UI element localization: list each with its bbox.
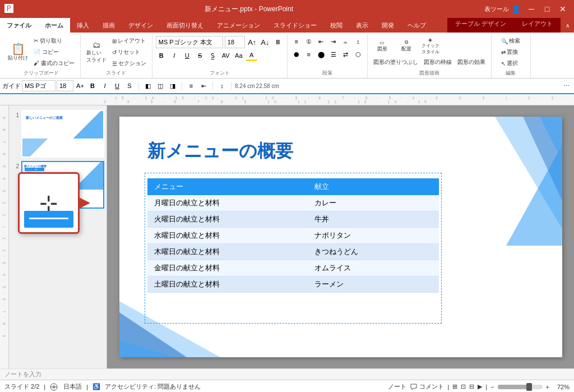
zoom-out-button[interactable]: −: [490, 384, 494, 390]
layout-button[interactable]: ⊞ レイアウト: [110, 36, 149, 46]
zoom-level[interactable]: 72%: [553, 384, 570, 390]
tab-layout[interactable]: レイアウト: [514, 18, 561, 33]
section-button[interactable]: ☰ セクション: [110, 58, 149, 68]
format-more-options[interactable]: ⋯: [561, 80, 572, 91]
zoom-in-button[interactable]: +: [546, 384, 549, 390]
user-icon[interactable]: 👤: [509, 2, 522, 16]
canvas-area[interactable]: 新メニューの概要 メニュー 献立 月曜日の献立と材料 カレー: [107, 105, 574, 368]
select-button[interactable]: ↖ 選択: [499, 58, 522, 68]
format-font-name[interactable]: MS Pゴ: [22, 80, 55, 91]
numbering-button[interactable]: ①: [303, 36, 314, 47]
slide-data-table[interactable]: メニュー 献立 月曜日の献立と材料 カレー 火曜日の献立と材料 牛丼: [147, 178, 439, 293]
format-font-increase[interactable]: A+: [75, 80, 86, 91]
format-font-size[interactable]: 18: [57, 80, 73, 91]
font-decrease-button[interactable]: A↓: [260, 36, 271, 48]
notes-placeholder[interactable]: ノートを入力: [4, 370, 41, 379]
bold-button[interactable]: B: [156, 50, 167, 61]
shape-fill-button[interactable]: 図形の塗りつぶし: [371, 57, 420, 67]
quick-styles-button[interactable]: ◈ クイック スタイル: [419, 36, 442, 56]
clear-format-button[interactable]: Ⅲ: [272, 36, 284, 48]
bullets-button[interactable]: ≡: [291, 36, 302, 47]
tab-view[interactable]: 表示: [349, 18, 375, 33]
slide-title[interactable]: 新メニューの概要: [147, 139, 293, 164]
format-align-left[interactable]: ◧: [142, 80, 154, 91]
tab-home[interactable]: ホーム: [38, 18, 70, 33]
tab-file[interactable]: ファイル: [0, 18, 38, 33]
table-row[interactable]: 月曜日の献立と材料 カレー: [147, 195, 439, 211]
align-center-button[interactable]: ≡: [303, 49, 314, 60]
format-bold[interactable]: B: [87, 80, 98, 91]
normal-view-button[interactable]: ⊞: [452, 383, 457, 390]
slide-canvas[interactable]: 新メニューの概要 メニュー 献立 月曜日の献立と材料 カレー: [119, 117, 562, 357]
char-spacing-button[interactable]: AV: [220, 50, 232, 61]
underline-button[interactable]: U: [182, 50, 193, 61]
format-align-right[interactable]: ◨: [167, 80, 178, 91]
format-text-dir[interactable]: ↕: [216, 80, 228, 91]
tab-animations[interactable]: アニメーション: [210, 18, 267, 33]
shadow-button[interactable]: S̲: [207, 50, 219, 61]
reset-button[interactable]: ↺ リセット: [110, 47, 149, 57]
font-color-button[interactable]: A: [246, 50, 257, 61]
zoom-slider[interactable]: [498, 385, 543, 389]
slide-sorter-button[interactable]: ⊡: [461, 383, 466, 390]
format-decrease[interactable]: ⇤: [198, 80, 209, 91]
shape-outline-button[interactable]: 図形の枠線: [422, 57, 454, 67]
slideshow-button[interactable]: ▶: [478, 383, 482, 390]
close-button[interactable]: ✕: [556, 2, 570, 16]
comment-button[interactable]: コメント: [410, 382, 444, 391]
italic-button[interactable]: I: [169, 50, 180, 61]
shapes-button[interactable]: ▭ 図形: [371, 39, 394, 54]
new-slide-button[interactable]: 🗂 新しい スライド: [84, 39, 109, 65]
format-bullets[interactable]: ≡: [186, 80, 197, 91]
columns-button[interactable]: ⫠: [340, 36, 351, 47]
minimize-button[interactable]: ─: [525, 2, 538, 16]
tab-transitions[interactable]: 画面切り替え: [160, 18, 210, 33]
format-painter-button[interactable]: 🖌 書式のコピー: [31, 58, 77, 68]
font-name-selector[interactable]: MS Pゴシック 本文: [156, 36, 223, 48]
tab-slideshow[interactable]: スライドショー: [267, 18, 323, 33]
increase-indent-button[interactable]: ⇥: [328, 36, 339, 47]
slides-label: スライド: [106, 70, 126, 77]
convert-smartart-button[interactable]: ⬡: [353, 49, 364, 60]
maximize-button[interactable]: □: [540, 2, 554, 16]
text-case-button[interactable]: Aa: [233, 50, 244, 61]
tab-design[interactable]: デザイン: [122, 18, 160, 33]
reading-view-button[interactable]: ⊟: [469, 383, 474, 390]
format-italic[interactable]: I: [99, 80, 110, 91]
text-direction-button[interactable]: ⇄: [340, 49, 351, 60]
decrease-indent-button[interactable]: ⇤: [316, 36, 327, 47]
search-button[interactable]: 🔍 検索: [499, 36, 522, 46]
table-row[interactable]: 水曜日の献立と材料 ナポリタン: [147, 228, 439, 244]
paste-button[interactable]: 📋 貼り付け: [6, 42, 30, 63]
cut-button[interactable]: ✂ 切り取り: [31, 36, 77, 46]
zoom-handle[interactable]: [526, 383, 532, 391]
line-spacing-button[interactable]: ↕: [353, 36, 364, 47]
format-shadow[interactable]: S: [124, 80, 135, 91]
align-left-button[interactable]: ⬣: [291, 49, 302, 60]
slide-table-container[interactable]: メニュー 献立 月曜日の献立と材料 カレー 火曜日の献立と材料 牛丼: [147, 178, 439, 293]
tab-table-design[interactable]: テーブル デザイン: [447, 18, 514, 33]
align-right-button[interactable]: ⬤: [316, 49, 327, 60]
table-row[interactable]: 火曜日の献立と材料 牛丼: [147, 211, 439, 228]
tab-insert[interactable]: 挿入: [70, 18, 96, 33]
font-size-selector[interactable]: 18: [225, 36, 245, 48]
tab-dev[interactable]: 開発: [375, 18, 401, 33]
shape-effect-button[interactable]: 図形の効果: [455, 57, 488, 67]
copy-button[interactable]: 📄 コピー: [31, 47, 77, 57]
strikethrough-button[interactable]: S: [195, 50, 206, 61]
table-row[interactable]: 木曜日の献立と材料 きつねうどん: [147, 244, 439, 260]
font-increase-button[interactable]: A↑: [247, 36, 258, 48]
tab-draw[interactable]: 描画: [96, 18, 122, 33]
justify-button[interactable]: ☰: [328, 49, 339, 60]
table-row[interactable]: 金曜日の献立と材料 オムライス: [147, 260, 439, 276]
notes-button[interactable]: ノート: [388, 382, 406, 391]
slide-preview-1[interactable]: 新しいメニューのご提案: [21, 110, 104, 158]
replace-button[interactable]: ⇄ 置換: [499, 47, 522, 57]
arrange-button[interactable]: ⧉ 配置: [395, 38, 418, 54]
table-row[interactable]: 土曜日の献立と材料 ラーメン: [147, 276, 439, 293]
tab-help[interactable]: ヘルプ: [401, 18, 433, 33]
tab-review[interactable]: 校閲: [323, 18, 349, 33]
ribbon-collapse[interactable]: ∧: [561, 18, 574, 33]
format-underline[interactable]: U: [112, 80, 123, 91]
format-align-center[interactable]: ◫: [155, 80, 166, 91]
